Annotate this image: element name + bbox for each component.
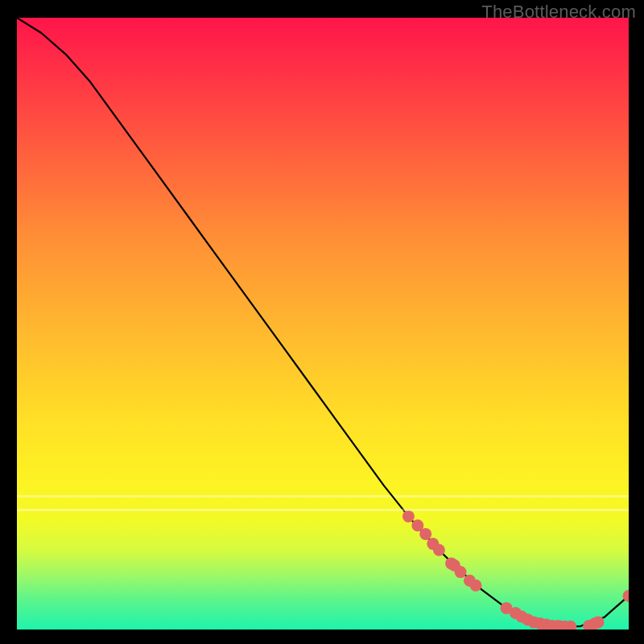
scatter-point bbox=[419, 528, 431, 540]
scatter-point bbox=[455, 566, 467, 578]
scatter-point bbox=[592, 616, 605, 628]
curve-line bbox=[17, 18, 629, 626]
plot-area bbox=[17, 18, 629, 630]
scatter-point bbox=[470, 580, 482, 592]
watermark-text: TheBottleneck.com bbox=[481, 2, 636, 23]
bottleneck-curve bbox=[17, 18, 629, 626]
chart-svg bbox=[17, 18, 629, 630]
scatter-point bbox=[433, 544, 445, 556]
scatter-point bbox=[402, 510, 415, 522]
chart-frame: TheBottleneck.com bbox=[0, 0, 644, 644]
scatter-cluster bbox=[402, 510, 629, 630]
